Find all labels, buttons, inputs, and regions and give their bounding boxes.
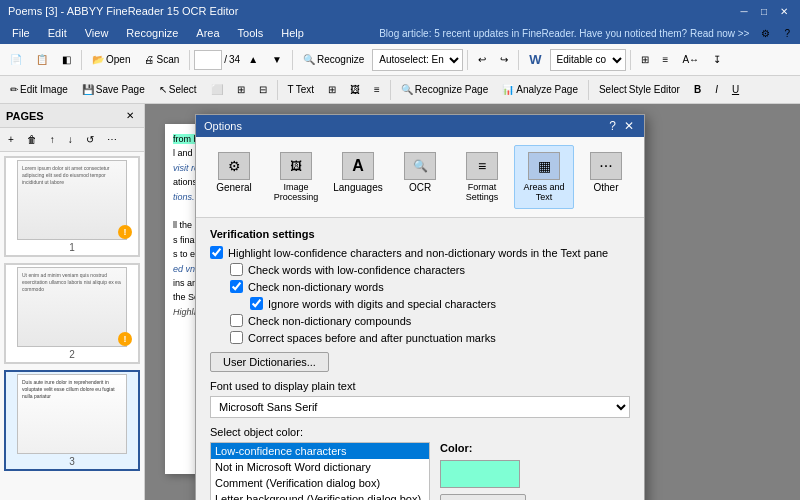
- dialog-other-btn[interactable]: ··· Other: [576, 145, 636, 209]
- select-button[interactable]: ↖ Select: [153, 80, 203, 99]
- underline-button[interactable]: U: [726, 80, 745, 99]
- toggle-button[interactable]: ◧: [56, 50, 77, 69]
- format-btn-1[interactable]: ⊞: [635, 50, 655, 69]
- save-page-button[interactable]: 💾 Save Page: [76, 80, 151, 99]
- menu-help[interactable]: Help: [273, 25, 312, 41]
- news-banner[interactable]: Blog article: 5 recent updates in FineRe…: [379, 28, 749, 39]
- undo-button[interactable]: ↩: [472, 50, 492, 69]
- dialog-ocr-btn[interactable]: 🔍 OCR: [390, 145, 450, 209]
- highlight-low-checkbox[interactable]: [210, 246, 223, 259]
- region-btn-2[interactable]: ⊞: [231, 80, 251, 99]
- text-zone-button[interactable]: T Text: [282, 80, 320, 99]
- sidebar-add-btn[interactable]: +: [2, 130, 20, 149]
- analyze-page-button[interactable]: 📊 Analyze Page: [496, 80, 584, 99]
- separator-2: [189, 50, 190, 70]
- edit-image-button[interactable]: ✏ Edit Image: [4, 80, 74, 99]
- region-btn-3[interactable]: ⊟: [253, 80, 273, 99]
- region-btn-1[interactable]: ⬜: [205, 80, 229, 99]
- color-list-item-3[interactable]: Letter background (Verification dialog b…: [211, 491, 429, 500]
- recognize-page-button[interactable]: 🔍 Recognize Page: [395, 80, 494, 99]
- new-task-button[interactable]: 📋: [30, 50, 54, 69]
- scan-button[interactable]: 🖨 Scan: [138, 50, 185, 69]
- font-dropdown[interactable]: Microsoft Sans Serif: [210, 396, 630, 418]
- checkbox-row-ignore-digits: Ignore words with digits and special cha…: [210, 297, 630, 310]
- warning-icon-2: !: [118, 332, 132, 346]
- options-dialog: Options ? ✕ ⚙ General 🖼 ImageProcessing: [195, 114, 645, 500]
- dialog-areas-text-btn[interactable]: ▦ Areas and Text: [514, 145, 574, 209]
- languages-label: Languages: [333, 182, 383, 193]
- menu-file[interactable]: File: [4, 25, 38, 41]
- recognize-icon: 🔍: [303, 54, 315, 65]
- italic-button[interactable]: I: [709, 80, 724, 99]
- page-number-input[interactable]: 3: [194, 50, 222, 70]
- check-non-dict-checkbox[interactable]: [230, 280, 243, 293]
- color-preview[interactable]: [440, 460, 520, 488]
- settings-button[interactable]: ⚙: [755, 24, 776, 43]
- picture-btn[interactable]: 🖼: [344, 80, 366, 99]
- autoselect-dropdown[interactable]: Autoselect: En: [372, 49, 463, 71]
- dialog-languages-btn[interactable]: A Languages: [328, 145, 388, 209]
- page-thumb-1[interactable]: Lorem ipsum dolor sit amet consectetur a…: [4, 156, 140, 257]
- menu-tools[interactable]: Tools: [230, 25, 272, 41]
- help-button[interactable]: ?: [778, 24, 796, 43]
- sep-img-2: [390, 80, 391, 100]
- color-list-item-1[interactable]: Not in Microsoft Word dictionary: [211, 459, 429, 475]
- format-btn-2[interactable]: ≡: [657, 50, 675, 69]
- font-label: Font used to display plain text: [210, 380, 630, 392]
- open-button[interactable]: 📂 Open: [86, 50, 136, 69]
- sidebar-delete-btn[interactable]: 🗑: [21, 130, 43, 149]
- close-app-button[interactable]: ✕: [776, 3, 792, 19]
- color-list[interactable]: Low-confidence characters Not in Microso…: [210, 442, 430, 500]
- table-btn[interactable]: ⊞: [322, 80, 342, 99]
- pages-sidebar: PAGES ✕ + 🗑 ↑ ↓ ↺ ⋯ Lorem ipsum dolor si…: [0, 104, 145, 500]
- dialog-close-button[interactable]: ✕: [622, 119, 636, 133]
- format-dropdown[interactable]: Editable co: [550, 49, 626, 71]
- redo-button[interactable]: ↪: [494, 50, 514, 69]
- minimize-button[interactable]: ─: [736, 3, 752, 19]
- barcode-btn[interactable]: ≡: [368, 80, 386, 99]
- user-dictionaries-button[interactable]: User Dictionaries...: [210, 352, 329, 372]
- sidebar-more-btn[interactable]: ⋯: [101, 130, 123, 149]
- reset-colors-button[interactable]: Reset Colors: [440, 494, 526, 500]
- ignore-digits-checkbox[interactable]: [250, 297, 263, 310]
- menu-area[interactable]: Area: [188, 25, 227, 41]
- new-doc-button[interactable]: 📄: [4, 50, 28, 69]
- menu-recognize[interactable]: Recognize: [118, 25, 186, 41]
- correct-spaces-checkbox[interactable]: [230, 331, 243, 344]
- sidebar-refresh-btn[interactable]: ↺: [80, 130, 100, 149]
- dialog-general-btn[interactable]: ⚙ General: [204, 145, 264, 209]
- check-compounds-checkbox[interactable]: [230, 314, 243, 327]
- color-section: Select object color: Low-confidence char…: [210, 426, 630, 500]
- page-thumb-3[interactable]: Duis aute irure dolor in reprehenderit i…: [4, 370, 140, 471]
- word-button[interactable]: W: [523, 48, 547, 71]
- format-btn-4[interactable]: ↧: [707, 50, 727, 69]
- page-next-button[interactable]: ▼: [266, 50, 288, 69]
- title-bar-controls: ─ □ ✕: [736, 3, 792, 19]
- text-icon: T: [288, 84, 294, 95]
- maximize-button[interactable]: □: [756, 3, 772, 19]
- general-icon: ⚙: [218, 152, 250, 180]
- color-list-item-0[interactable]: Low-confidence characters: [211, 443, 429, 459]
- sidebar-title: PAGES: [6, 110, 44, 122]
- page-thumb-2[interactable]: Ut enim ad minim veniam quis nostrud exe…: [4, 263, 140, 364]
- sep-img-1: [277, 80, 278, 100]
- menu-view[interactable]: View: [77, 25, 117, 41]
- menu-edit[interactable]: Edit: [40, 25, 75, 41]
- color-list-item-2[interactable]: Comment (Verification dialog box): [211, 475, 429, 491]
- page-prev-button[interactable]: ▲: [242, 50, 264, 69]
- document-view[interactable]: from banks. l and boy, visit relations, …: [145, 104, 800, 500]
- style-editor-button[interactable]: Select Style Editor: [593, 80, 686, 99]
- dialog-icon-row: ⚙ General 🖼 ImageProcessing A Languages …: [196, 137, 644, 218]
- check-low-conf-checkbox[interactable]: [230, 263, 243, 276]
- sidebar-close-button[interactable]: ✕: [122, 109, 138, 122]
- sidebar-move-up-btn[interactable]: ↑: [44, 130, 61, 149]
- dialog-image-proc-btn[interactable]: 🖼 ImageProcessing: [266, 145, 326, 209]
- sidebar-toolbar: + 🗑 ↑ ↓ ↺ ⋯: [0, 128, 144, 152]
- format-btn-3[interactable]: A↔: [676, 50, 705, 69]
- bold-button[interactable]: B: [688, 80, 707, 99]
- sidebar-move-down-btn[interactable]: ↓: [62, 130, 79, 149]
- dialog-format-btn[interactable]: ≡ FormatSettings: [452, 145, 512, 209]
- recognize-button[interactable]: 🔍 Recognize: [297, 50, 370, 69]
- dialog-help-button[interactable]: ?: [607, 119, 618, 133]
- main-toolbar: 📄 📋 ◧ 📂 Open 🖨 Scan 3 / 34 ▲ ▼ 🔍 Recogni…: [0, 44, 800, 76]
